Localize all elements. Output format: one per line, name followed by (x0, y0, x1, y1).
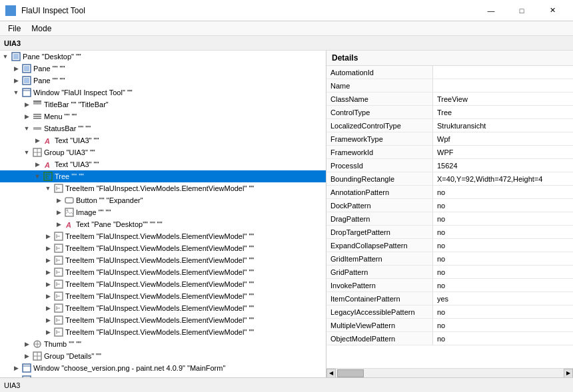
tree-expander-7[interactable]: ▼ (21, 123, 32, 134)
tree-expander-27[interactable]: ▶ (11, 363, 21, 373)
tree-node-22[interactable]: ▶TreeItem "FlaUInspect.ViewModels.Elemen… (0, 302, 326, 314)
tree-expander-23[interactable]: ▶ (43, 315, 53, 325)
tree-node-13[interactable]: ▶Button "" "Expander" (0, 194, 326, 206)
tree-node-26[interactable]: ▶Group "Details" "" (0, 350, 326, 362)
tree-node-19[interactable]: ▶TreeItem "FlaUInspect.ViewModels.Elemen… (0, 266, 326, 278)
detail-row-10[interactable]: DockPatternno (326, 199, 573, 212)
tree-expander-4[interactable]: ▼ (11, 87, 21, 98)
detail-row-3[interactable]: ControlTypeTree (326, 106, 573, 119)
tree-scroll[interactable]: ▼Pane "Desktop" ""▶Pane "" ""▶Pane "" ""… (0, 51, 326, 377)
tree-node-28[interactable]: ▶Window "images" "" (0, 374, 326, 377)
hscroll-right-btn[interactable]: ▶ (564, 369, 573, 378)
tree-node-1[interactable]: ▼Pane "Desktop" "" (0, 51, 326, 63)
tree-node-20[interactable]: ▶TreeItem "FlaUInspect.ViewModels.Elemen… (0, 278, 326, 290)
maximize-button[interactable]: □ (506, 0, 537, 21)
tree-expander-2[interactable]: ▶ (11, 63, 21, 74)
tree-expander-5[interactable]: ▶ (21, 99, 32, 110)
tree-expander-19[interactable]: ▶ (43, 267, 53, 278)
minimize-button[interactable]: — (476, 0, 506, 21)
close-button[interactable]: ✕ (537, 0, 568, 21)
tree-node-5[interactable]: ▶TitleBar "" "TitleBar" (0, 98, 326, 110)
menu-file[interactable]: File (3, 21, 26, 36)
tree-node-23[interactable]: ▶TreeItem "FlaUInspect.ViewModels.Elemen… (0, 314, 326, 326)
detail-value-1 (433, 79, 573, 92)
detail-row-9[interactable]: AnnotationPatternno (326, 186, 573, 199)
tree-node-10[interactable]: ▶AText "UIA3" "" (0, 158, 326, 170)
detail-row-7[interactable]: ProcessId15624 (326, 159, 573, 172)
tree-expander-11[interactable]: ▼ (32, 171, 43, 182)
tree-expander-18[interactable]: ▶ (43, 255, 53, 266)
tree-label-25: Thumb "" "" (44, 340, 81, 348)
tree-expander-16[interactable]: ▶ (43, 231, 53, 242)
tree-node-24[interactable]: ▶TreeItem "FlaUInspect.ViewModels.Elemen… (0, 326, 326, 338)
tree-expander-21[interactable]: ▶ (43, 291, 53, 301)
tree-expander-8[interactable]: ▶ (32, 135, 43, 146)
detail-value-9: no (433, 186, 573, 198)
detail-row-14[interactable]: GridItemPatternno (326, 252, 573, 266)
tree-expander-10[interactable]: ▶ (32, 159, 43, 170)
tree-node-12[interactable]: ▼TreeItem "FlaUInspect.ViewModels.Elemen… (0, 182, 326, 194)
tree-node-8[interactable]: ▶AText "UIA3" "" (0, 134, 326, 146)
hscroll-left-btn[interactable]: ◀ (326, 369, 336, 378)
detail-row-17[interactable]: ItemContainerPatternyes (326, 292, 573, 305)
tree-node-27[interactable]: ▶Window "choose_version.png - paint.net … (0, 362, 326, 374)
detail-row-8[interactable]: BoundingRectangleX=40,Y=92,Width=472,Hei… (326, 172, 573, 186)
tree-node-2[interactable]: ▶Pane "" "" (0, 63, 326, 75)
tree-node-15[interactable]: ▶AText "Pane "Desktop"" "" "" (0, 218, 326, 230)
tree-expander-15[interactable]: ▶ (53, 219, 64, 230)
tree-node-6[interactable]: ▶Menu "" "" (0, 110, 326, 122)
svg-text:A: A (44, 161, 50, 169)
detail-row-4[interactable]: LocalizedControlTypeStrukturansicht (326, 119, 573, 132)
treeitem-icon (53, 183, 64, 194)
svg-rect-2 (8, 10, 11, 12)
detail-key-15: GridPattern (326, 266, 433, 278)
tree-expander-28[interactable]: ▶ (11, 375, 21, 377)
details-hscrollbar[interactable]: ◀ ▶ (326, 368, 573, 377)
tree-node-9[interactable]: ▼Group "UIA3" "" (0, 146, 326, 158)
tree-expander-17[interactable]: ▶ (43, 243, 53, 254)
tree-expander-22[interactable]: ▶ (43, 303, 53, 313)
tree-node-18[interactable]: ▶TreeItem "FlaUInspect.ViewModels.Elemen… (0, 254, 326, 266)
detail-row-15[interactable]: GridPatternno (326, 266, 573, 279)
tree-node-21[interactable]: ▶TreeItem "FlaUInspect.ViewModels.Elemen… (0, 290, 326, 302)
tree-label-12: TreeItem "FlaUInspect.ViewModels.Element… (65, 184, 254, 192)
tree-node-14[interactable]: ▶Image "" "" (0, 206, 326, 218)
tree-expander-24[interactable]: ▶ (43, 327, 53, 337)
tree-node-25[interactable]: ▶Thumb "" "" (0, 338, 326, 350)
svg-rect-6 (24, 66, 29, 71)
tree-expander-12[interactable]: ▼ (43, 183, 53, 194)
tree-node-16[interactable]: ▶TreeItem "FlaUInspect.ViewModels.Elemen… (0, 230, 326, 242)
detail-row-5[interactable]: FrameworkTypeWpf (326, 132, 573, 146)
tree-expander-14[interactable]: ▶ (53, 207, 64, 218)
detail-row-6[interactable]: FrameworkIdWPF (326, 146, 573, 159)
detail-row-2[interactable]: ClassNameTreeView (326, 93, 573, 106)
detail-row-12[interactable]: DropTargetPatternno (326, 226, 573, 239)
detail-row-13[interactable]: ExpandCollapsePatternno (326, 239, 573, 252)
tree-expander-26[interactable]: ▶ (21, 351, 32, 361)
detail-row-19[interactable]: MultipleViewPatternno (326, 319, 573, 332)
detail-row-1[interactable]: Name (326, 79, 573, 93)
tree-label-11: Tree "" "" (55, 172, 84, 180)
detail-row-16[interactable]: InvokePatternno (326, 279, 573, 292)
hscroll-thumb[interactable] (337, 369, 364, 377)
tree-expander-6[interactable]: ▶ (21, 111, 32, 122)
tree-expander-20[interactable]: ▶ (43, 279, 53, 290)
tree-expander-13[interactable]: ▶ (53, 195, 64, 206)
tree-expander-9[interactable]: ▼ (21, 147, 32, 158)
detail-row-0[interactable]: AutomationId (326, 66, 573, 79)
detail-row-11[interactable]: DragPatternno (326, 212, 573, 226)
tree-node-17[interactable]: ▶TreeItem "FlaUInspect.ViewModels.Elemen… (0, 242, 326, 254)
detail-row-20[interactable]: ObjectModelPatternno (326, 332, 573, 345)
tree-expander-3[interactable]: ▶ (11, 75, 21, 86)
hscroll-track[interactable] (336, 369, 564, 378)
tree-node-7[interactable]: ▼StatusBar "" "" (0, 122, 326, 134)
tree-node-3[interactable]: ▶Pane "" "" (0, 75, 326, 87)
detail-value-20: no (433, 332, 573, 345)
details-table[interactable]: AutomationIdNameClassNameTreeViewControl… (326, 66, 573, 368)
detail-row-18[interactable]: LegacyIAccessiblePatternno (326, 305, 573, 319)
tree-node-11[interactable]: ▼Tree "" "" (0, 170, 326, 182)
tree-expander-1[interactable]: ▼ (0, 51, 11, 62)
tree-node-4[interactable]: ▼Window "FlaUI Inspect Tool" "" (0, 87, 326, 98)
tree-expander-25[interactable]: ▶ (21, 339, 32, 349)
menu-mode[interactable]: Mode (26, 21, 57, 36)
